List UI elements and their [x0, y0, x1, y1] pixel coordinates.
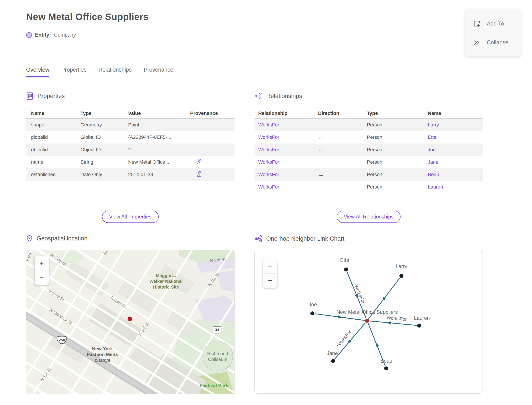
- link-chart-canvas[interactable]: WorksForWorksForWorksForNew Metal Office…: [255, 250, 483, 394]
- map-poi-label: Walker National: [149, 279, 182, 284]
- map-poi-label: Richmond: [207, 351, 228, 356]
- view-all-relationships-button[interactable]: View All Relationships: [337, 211, 401, 223]
- entity-type-cell: Person: [367, 184, 428, 190]
- graph-edge[interactable]: [370, 321, 417, 325]
- add-to-icon: [472, 20, 481, 28]
- provenance-flag-icon[interactable]: [195, 158, 202, 165]
- route-shield: 33: [213, 326, 221, 333]
- tab-bar: OverviewPropertiesRelationshipsProvenanc…: [26, 67, 173, 77]
- map-poi-label: Coliseum: [208, 357, 227, 362]
- relationships-table: RelationshipDirectionTypeNameWorksFor←Pe…: [254, 108, 483, 193]
- property-value-cell: Point: [128, 122, 190, 128]
- map-canvas[interactable]: k RdW Clay StSaarshall StW Marshall StE …: [26, 250, 234, 394]
- related-entity-link[interactable]: Etta: [428, 135, 436, 140]
- related-entity-link[interactable]: Larry: [428, 122, 439, 128]
- graph-node[interactable]: [344, 268, 348, 271]
- link-chart-section-header: One-hop Neighbor Link Chart: [254, 235, 345, 243]
- map-zoom-in-button[interactable]: +: [35, 256, 49, 270]
- property-name-cell: established: [26, 172, 80, 177]
- tab-relationships[interactable]: Relationships: [98, 67, 132, 77]
- entity-type-value: Company: [54, 32, 76, 38]
- entity-label: Entity:: [35, 32, 51, 38]
- map-zoom-control: + −: [35, 256, 49, 285]
- relationship-type-link[interactable]: WorksFor: [258, 135, 279, 140]
- property-row: shapeGeometryPoint: [26, 119, 234, 131]
- chart-zoom-out-button[interactable]: −: [263, 274, 277, 288]
- map-pin-icon: [26, 235, 33, 242]
- properties-section-header: Properties: [26, 92, 65, 100]
- entity-type-cell: Person: [367, 159, 428, 165]
- action-panel: Add To Collapse: [465, 10, 521, 56]
- property-value-cell: 2014-01-23: [128, 172, 190, 177]
- map-poi-label: Fashion Mens: [87, 352, 118, 357]
- direction-arrow: ←: [318, 159, 367, 166]
- chevrons-right-icon: [472, 38, 481, 47]
- provenance-flag-icon[interactable]: [195, 171, 202, 177]
- collapse-button[interactable]: Collapse: [465, 38, 521, 47]
- related-entity-link[interactable]: Beau: [428, 172, 439, 177]
- tab-provenance[interactable]: Provenance: [144, 67, 173, 77]
- tab-properties[interactable]: Properties: [61, 67, 86, 77]
- property-type-cell: Global ID: [80, 135, 128, 140]
- graph-node-label: Joe: [309, 302, 317, 307]
- graph-node-label: Larry: [396, 263, 407, 269]
- relationship-type-link[interactable]: WorksFor: [258, 184, 279, 190]
- entity-badge: Entity: Company: [26, 32, 76, 38]
- property-name-cell: name: [26, 159, 80, 165]
- edge-arrowhead: [338, 315, 342, 318]
- column-header: Name: [26, 110, 80, 116]
- relationship-type-link[interactable]: WorksFor: [258, 147, 279, 152]
- add-to-button[interactable]: Add To: [465, 20, 521, 28]
- relationship-row: WorksFor←PersonLauren: [254, 181, 483, 193]
- tab-overview[interactable]: Overview: [26, 67, 49, 77]
- map-zoom-out-button[interactable]: −: [35, 271, 49, 285]
- column-header: Value: [128, 110, 190, 116]
- view-all-properties-button[interactable]: View All Properties: [102, 211, 159, 223]
- chart-zoom-in-button[interactable]: +: [263, 259, 277, 273]
- svg-text:33: 33: [215, 328, 219, 332]
- column-header: Type: [80, 110, 128, 116]
- geospatial-section-title: Geospatial location: [37, 235, 87, 242]
- properties-icon: [26, 92, 34, 100]
- entity-location-marker[interactable]: [128, 317, 132, 321]
- relationship-row: WorksFor←PersonBeau: [254, 168, 483, 181]
- graph-node[interactable]: [399, 274, 403, 278]
- link-chart-panel: + − WorksForWorksForWorksForNew Metal Of…: [254, 250, 483, 394]
- page-title: New Metal Office Suppliers: [26, 12, 148, 22]
- property-name-cell: globalid: [26, 135, 80, 140]
- column-header: Provenance: [190, 110, 234, 116]
- relationship-type-link[interactable]: WorksFor: [258, 159, 279, 165]
- graph-node-label: Beau: [380, 358, 392, 364]
- edge-arrowhead: [376, 343, 379, 347]
- entity-type-cell: Person: [367, 122, 428, 128]
- edge-label: WorksFor: [335, 329, 352, 348]
- properties-table: NameTypeValueProvenanceshapeGeometryPoin…: [26, 108, 234, 181]
- property-row: globalidGlobal ID{A228944F-0EF5-...: [26, 131, 234, 143]
- graph-node-label: Lauren: [414, 315, 430, 321]
- relationship-type-link[interactable]: WorksFor: [258, 172, 279, 177]
- property-type-cell: String: [80, 159, 128, 165]
- map-poi-label: New York: [92, 346, 113, 351]
- entity-type-cell: Person: [367, 147, 428, 153]
- property-value-cell: New Metal Office ...: [128, 159, 190, 165]
- related-entity-link[interactable]: Lauren: [428, 184, 443, 190]
- relationship-type-link[interactable]: WorksFor: [258, 122, 279, 128]
- direction-arrow: ←: [318, 171, 367, 178]
- property-type-cell: Object ID: [80, 147, 128, 153]
- graph-node[interactable]: [384, 366, 388, 370]
- geospatial-section-header: Geospatial location: [26, 235, 87, 242]
- column-header: Relationship: [254, 110, 318, 116]
- related-entity-link[interactable]: Joe: [428, 147, 436, 152]
- graph-node[interactable]: [310, 311, 314, 315]
- relationship-row: WorksFor←PersonJoe: [254, 143, 483, 156]
- property-row: establishedDate Only2014-01-23: [26, 168, 234, 181]
- relationships-section-header: Relationships: [254, 92, 302, 100]
- column-header: Direction: [318, 110, 367, 116]
- graph-node-center[interactable]: [365, 319, 369, 323]
- relationships-section-title: Relationships: [266, 93, 302, 100]
- properties-section-title: Properties: [37, 93, 65, 100]
- graph-node[interactable]: [331, 359, 335, 363]
- map-poi-label: & Boys: [94, 358, 110, 363]
- graph-node[interactable]: [417, 324, 421, 328]
- related-entity-link[interactable]: Jane: [428, 159, 439, 165]
